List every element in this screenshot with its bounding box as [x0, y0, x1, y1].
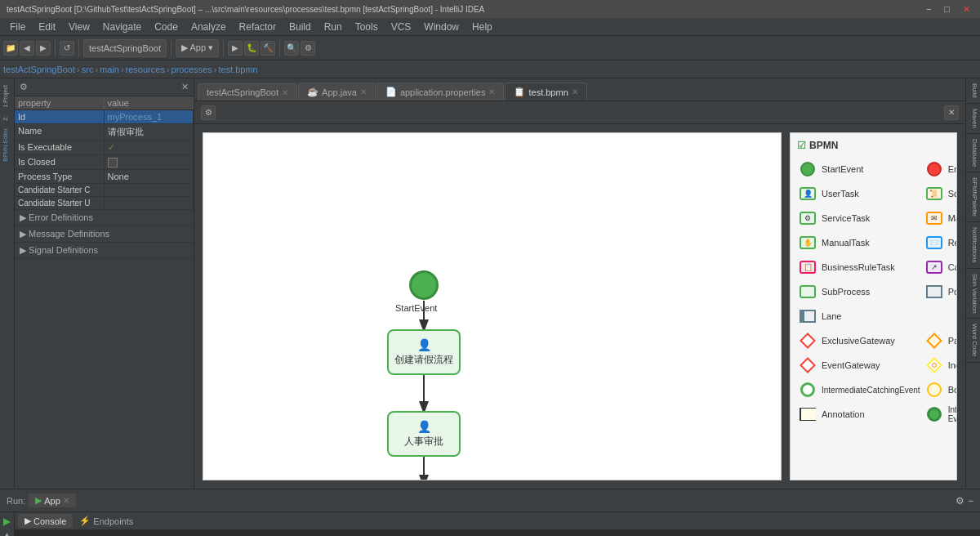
endpoints-tab[interactable]: ⚡ Endpoints	[73, 514, 140, 528]
tab-project[interactable]: testActSpringBoot ✕	[198, 83, 297, 100]
bpmn-task1[interactable]: 👤 创建请假流程	[387, 329, 461, 375]
bread-resources[interactable]: resources	[126, 65, 165, 74]
palette-boundary-event[interactable]: BoundaryEvent	[924, 378, 957, 401]
bpmn-start-event[interactable]	[409, 270, 439, 300]
debug-button[interactable]: 🐛	[244, 41, 259, 56]
console-tab[interactable]: ▶ Console	[18, 514, 73, 528]
palette-receive-task[interactable]: 📨 ReceiveTask	[924, 231, 957, 254]
prop-row-candidate-u[interactable]: Candidate Starter U	[15, 197, 194, 210]
settings-button[interactable]: ⚙	[301, 41, 315, 56]
palette-intermediate-throw[interactable]: IntermediateThrowing Event	[924, 403, 957, 426]
run-button[interactable]: ▶	[228, 41, 243, 56]
bread-file[interactable]: test.bpmn	[218, 65, 257, 74]
scroll-up-icon[interactable]: ▲	[3, 530, 11, 536]
minimize-panel-icon[interactable]: −	[968, 495, 973, 507]
tab-properties[interactable]: 📄 application.properties ✕	[376, 83, 505, 100]
right-tab-skin[interactable]: Skin Variation	[966, 269, 980, 319]
toolbar-back[interactable]: ◀	[20, 41, 34, 56]
prop-row-executable[interactable]: Is Executable ✓	[15, 141, 194, 155]
right-tab-database[interactable]: Database	[966, 134, 980, 172]
bread-src[interactable]: src	[82, 65, 94, 74]
menu-vcs[interactable]: VCS	[385, 20, 418, 34]
palette-intermediate-catch[interactable]: IntermediateCatchingEvent	[797, 378, 922, 401]
prop-row-candidate-c[interactable]: Candidate Starter C	[15, 184, 194, 197]
bpmn-task2[interactable]: 👤 人事审批	[387, 411, 461, 457]
right-tab-bpmn[interactable]: BPMNPalette	[966, 172, 980, 222]
palette-script-task[interactable]: 📜 ScriptTask	[924, 182, 957, 205]
prop-val-name[interactable]: 请假审批	[105, 124, 194, 140]
search-button[interactable]: 🔍	[284, 41, 299, 56]
palette-user-task[interactable]: 👤 UserTask	[797, 182, 922, 205]
prop-row-processtype[interactable]: Process Type None	[15, 170, 194, 184]
maximize-button[interactable]: □	[941, 4, 953, 15]
canvas-settings-icon[interactable]: ⚙	[201, 105, 216, 120]
palette-annotation[interactable]: Annotation	[797, 403, 922, 426]
bread-project[interactable]: testActSpringBoot	[3, 65, 75, 74]
prop-val-candidate-u[interactable]	[105, 197, 194, 209]
tab-project-close[interactable]: ✕	[282, 88, 288, 97]
palette-manual-task[interactable]: ✋ ManualTask	[797, 231, 922, 254]
prop-val-executable[interactable]: ✓	[105, 141, 194, 154]
bread-processes[interactable]: processes	[172, 65, 212, 74]
palette-exclusive-gw[interactable]: ExclusiveGateway	[797, 329, 922, 352]
menu-build[interactable]: Build	[283, 20, 318, 34]
palette-subprocess[interactable]: SubProcess	[797, 280, 922, 303]
bpmn-canvas[interactable]: StartEvent 👤 创建请假流程 👤 人事审批 EndEvent	[203, 132, 782, 480]
tab-app-run[interactable]: ▶ App ✕	[29, 494, 76, 507]
prop-val-processtype[interactable]: None	[105, 170, 194, 183]
palette-parallel-gw[interactable]: ParallelGateway	[924, 329, 957, 352]
sidebar-tab-2[interactable]: 2:	[1, 113, 14, 124]
build-button[interactable]: 🔨	[261, 41, 275, 56]
minimize-button[interactable]: −	[923, 4, 934, 15]
palette-end-event[interactable]: EndEvent	[924, 158, 957, 181]
sidebar-tab-project[interactable]: 1:Project	[1, 82, 14, 111]
error-definitions-section[interactable]: ▶ Error Definitions	[15, 210, 194, 226]
sidebar-tab-bpmn[interactable]: BPMN Editor	[1, 125, 14, 164]
menu-file[interactable]: File	[3, 20, 32, 34]
toolbar-forward[interactable]: ▶	[36, 41, 51, 56]
palette-inclusive-gw[interactable]: InclusiveGateway	[924, 354, 957, 377]
palette-service-task[interactable]: ⚙ ServiceTask	[797, 207, 922, 230]
menu-window[interactable]: Window	[417, 20, 466, 34]
panel-gear-icon[interactable]: ⚙	[20, 82, 28, 92]
prop-val-id[interactable]: myProcess_1	[105, 110, 194, 123]
palette-lane[interactable]: Lane	[797, 305, 922, 328]
tab-props-close[interactable]: ✕	[488, 87, 495, 96]
menu-analyze[interactable]: Analyze	[185, 20, 233, 34]
run-again-icon[interactable]: ▶	[3, 516, 11, 527]
prop-val-closed[interactable]	[105, 155, 194, 169]
project-selector[interactable]: testActSpringBoot	[83, 39, 167, 57]
menu-refactor[interactable]: Refactor	[233, 20, 283, 34]
toolbar-open[interactable]: 📁	[3, 41, 18, 56]
close-button[interactable]: ✕	[960, 4, 973, 15]
palette-pool[interactable]: Pool	[924, 280, 957, 303]
palette-start-event[interactable]: StartEvent	[797, 158, 922, 181]
right-tab-notifications[interactable]: Notifications	[966, 222, 980, 269]
right-tab-build[interactable]: Build	[966, 78, 980, 104]
run-config-selector[interactable]: ▶ App ▾	[176, 39, 219, 57]
palette-call-activity[interactable]: ↗ CallActivityTask	[924, 256, 957, 279]
tab-bpmn-close[interactable]: ✕	[572, 87, 578, 96]
tab-bpmn[interactable]: 📋 test.bpmn ✕	[505, 83, 586, 100]
toolbar-refresh[interactable]: ↺	[60, 41, 74, 56]
menu-help[interactable]: Help	[466, 20, 499, 34]
tab-app[interactable]: ☕ App.java ✕	[298, 83, 376, 100]
tab-app-close[interactable]: ✕	[360, 87, 367, 96]
right-tab-maven[interactable]: Maven	[966, 104, 980, 134]
menu-navigate[interactable]: Navigate	[96, 20, 148, 34]
bread-main[interactable]: main	[100, 65, 119, 74]
prop-row-id[interactable]: Id myProcess_1	[15, 110, 194, 124]
right-tab-word[interactable]: Word Code	[966, 319, 980, 362]
menu-edit[interactable]: Edit	[32, 20, 62, 34]
signal-definitions-section[interactable]: ▶ Signal Definitions	[15, 243, 194, 259]
palette-event-gw[interactable]: EventGateway	[797, 354, 922, 377]
panel-close-icon[interactable]: ✕	[181, 82, 189, 92]
menu-run[interactable]: Run	[318, 20, 349, 34]
menu-code[interactable]: Code	[148, 20, 185, 34]
menu-tools[interactable]: Tools	[349, 20, 385, 34]
prop-val-candidate-c[interactable]	[105, 184, 194, 196]
prop-row-name[interactable]: Name 请假审批	[15, 124, 194, 141]
gear-icon[interactable]: ⚙	[956, 495, 964, 507]
prop-row-closed[interactable]: Is Closed	[15, 155, 194, 170]
menu-view[interactable]: View	[62, 20, 96, 34]
